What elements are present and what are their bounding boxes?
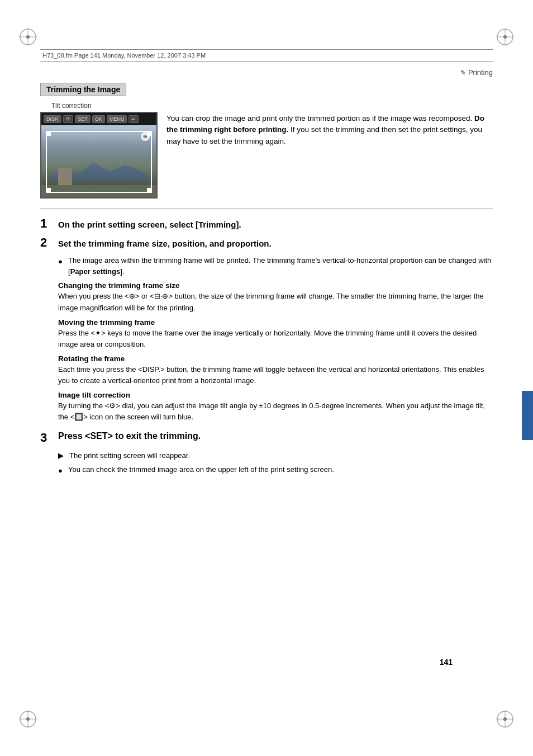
subsection-tilt: Image tilt correction By turning the <⚙>…: [58, 391, 493, 423]
description-main: You can crop the image and print only th…: [166, 114, 484, 145]
step-3-arrow-text: The print setting screen will reappear.: [69, 450, 190, 461]
image-area: Tilt correction DISP. ⟳ SET OK MENU ↩: [40, 102, 158, 199]
tilt-cam-icon: ⟳: [63, 115, 73, 123]
section-label: Printing: [468, 68, 493, 77]
step-3-arrow-item: ▶ The print setting screen will reappear…: [58, 450, 493, 461]
camera-preview: DISP. ⟳ SET OK MENU ↩: [40, 112, 158, 199]
subsection-tilt-title: Image tilt correction: [58, 391, 493, 399]
set-label: SET: [90, 431, 107, 441]
trim-corner-tl: [46, 131, 51, 136]
step-2: 2 Set the trimming frame size, position,…: [40, 236, 493, 249]
paper-settings-bold: Paper settings: [70, 267, 121, 276]
page-header-section: ✎ Printing: [460, 68, 493, 77]
page-number: 141: [440, 658, 453, 667]
subsection-rotating-title: Rotating the frame: [58, 355, 493, 363]
subsection-moving-title: Moving the trimming frame: [58, 318, 493, 327]
file-info: H73_08.fm Page 141 Monday, November 12, …: [42, 52, 206, 59]
subsection-changing: Changing the trimming frame size When yo…: [58, 281, 493, 313]
step-1: 1 On the print setting screen, select [T…: [40, 217, 493, 230]
step-2-number: 2: [40, 236, 54, 249]
subsection-tilt-body: By turning the <⚙> dial, you can adjust …: [58, 400, 493, 423]
header-bar: H73_08.fm Page 141 Monday, November 12, …: [40, 49, 493, 62]
bullet-dot-2: ●: [58, 465, 65, 476]
description-bold: Do the trimming right before printing.: [166, 114, 484, 134]
subsection-moving: Moving the trimming frame Press the <✦> …: [58, 318, 493, 350]
camera-image: ⊕: [41, 125, 156, 197]
step-3-text: Press <SET> to exit the trimming.: [58, 431, 201, 441]
bullet-text: The image area within the trimming frame…: [68, 255, 493, 277]
subsection-tilt-wrapper: Image tilt correction By turning the <⚙>…: [40, 391, 493, 423]
printing-icon: ✎: [460, 69, 466, 77]
reg-mark-tl: [18, 27, 38, 47]
step-2-bullet: ● The image area within the trimming fra…: [58, 255, 493, 277]
menu-button: MENU: [107, 115, 127, 123]
description-text: You can crop the image and print only th…: [166, 102, 493, 199]
tilt-label: Tilt correction: [51, 102, 92, 110]
step-2-text: Set the trimming frame size, position, a…: [58, 236, 272, 249]
section-divider: [40, 209, 493, 209]
subsection-changing-body: When you press the <⊕> or <⊟·⊕> button, …: [58, 291, 493, 313]
trim-corner-bl: [46, 188, 51, 192]
step-3-bullet: ● You can check the trimmed image area o…: [58, 464, 493, 476]
page-container: H73_08.fm Page 141 Monday, November 12, …: [0, 0, 533, 756]
trim-frame: [46, 131, 152, 193]
trim-corner-br: [147, 188, 151, 192]
step-1-text: On the print setting screen, select [Tri…: [58, 217, 241, 230]
ok-button: OK: [92, 115, 105, 123]
blue-sidebar-block: [522, 391, 533, 440]
disp-button: DISP.: [44, 115, 61, 123]
zoom-icon: ⊕: [141, 132, 150, 141]
arrow-symbol: ▶: [58, 450, 66, 461]
subsection-rotating: Rotating the frame Each time you press t…: [58, 355, 493, 386]
subsection-changing-title: Changing the trimming frame size: [58, 281, 493, 290]
reg-mark-tr: [495, 27, 515, 47]
reg-mark-bl: [18, 709, 38, 729]
image-description-row: Tilt correction DISP. ⟳ SET OK MENU ↩: [40, 102, 493, 199]
section-title: Trimming the Image: [40, 83, 126, 96]
main-content: Trimming the Image Tilt correction DISP.…: [40, 83, 493, 700]
camera-toolbar: DISP. ⟳ SET OK MENU ↩: [41, 113, 156, 125]
set-button: SET: [75, 115, 91, 123]
step-3-bullet-text: You can check the trimmed image area on …: [68, 464, 334, 476]
reg-mark-br: [495, 709, 515, 729]
step-3: 3 Press <SET> to exit the trimming.: [40, 431, 493, 445]
subsection-moving-body: Press the <✦> keys to move the frame ove…: [58, 328, 493, 350]
step-3-number: 3: [40, 431, 54, 445]
step-1-number: 1: [40, 217, 54, 230]
subsection-rotating-body: Each time you press the <DISP.> button, …: [58, 364, 493, 386]
extra-button: ↩: [129, 115, 139, 123]
bullet-dot: ●: [58, 256, 65, 277]
